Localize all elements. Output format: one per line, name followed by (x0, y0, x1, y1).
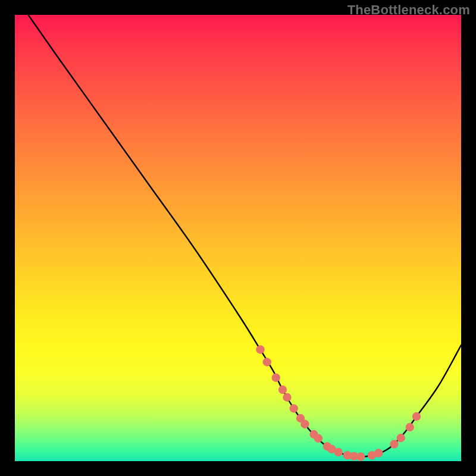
chart-frame (15, 15, 461, 461)
curve-marker (412, 412, 421, 421)
curve-marker (356, 452, 365, 461)
curve-marker (406, 423, 414, 431)
watermark-text: TheBottleneck.com (347, 2, 470, 18)
curve-marker (314, 434, 322, 443)
curve-marker (256, 345, 264, 353)
curve-marker (334, 448, 343, 456)
curve-marker (374, 449, 383, 457)
curve-marker (300, 420, 309, 428)
bottleneck-curve (29, 15, 462, 457)
chart-overlay (15, 15, 461, 461)
curve-marker (390, 440, 398, 448)
curve-marker (283, 393, 291, 402)
curve-marker (272, 374, 280, 382)
curve-marker (397, 434, 405, 442)
curve-markers (256, 345, 421, 461)
curve-marker (263, 358, 271, 366)
curve-marker (278, 386, 287, 394)
curve-marker (290, 404, 298, 412)
